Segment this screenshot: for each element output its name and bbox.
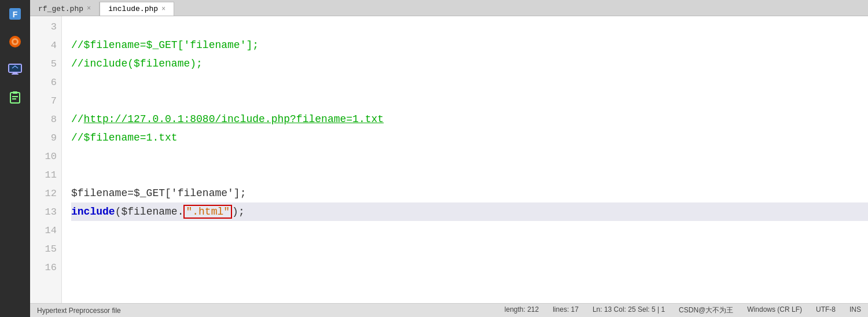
status-encoding: Windows (CR LF) bbox=[747, 305, 802, 315]
code-comment-8b: http://127.0.0.1:8080/include.php?filena… bbox=[84, 113, 384, 125]
status-lines: lines: 17 bbox=[553, 305, 579, 315]
tab-include-label: include.php bbox=[108, 5, 158, 13]
code-keyword-13: include bbox=[71, 206, 115, 218]
code-string-13: ".html" bbox=[186, 206, 230, 218]
code-line-15 bbox=[71, 239, 868, 258]
svg-text:F: F bbox=[13, 10, 18, 19]
line-num-4: 4 bbox=[30, 36, 61, 54]
status-charset: UTF-8 bbox=[816, 305, 836, 315]
status-position: Ln: 13 Col: 25 Sel: 5 | 1 bbox=[593, 305, 665, 315]
code-comment-8a: // bbox=[71, 113, 84, 125]
clipboard-icon[interactable] bbox=[3, 86, 27, 109]
code-plain-12: $filename=$_GET['filename']; bbox=[71, 187, 246, 199]
code-line-5: //include($filename); bbox=[71, 54, 868, 73]
status-length: length: 212 bbox=[505, 305, 539, 315]
line-num-10: 10 bbox=[30, 147, 61, 165]
tab-rf-get[interactable]: rf_get.php × bbox=[30, 2, 100, 16]
tab-include-close[interactable]: × bbox=[161, 5, 165, 13]
editor-container: rf_get.php × include.php × 3 4 5 6 7 8 9… bbox=[30, 0, 868, 317]
line-num-15: 15 bbox=[30, 239, 61, 258]
line-num-5: 5 bbox=[30, 54, 61, 73]
code-line-9: //$filename=1.txt bbox=[71, 128, 868, 147]
status-left: Hypertext Preprocessor file bbox=[37, 307, 121, 315]
tab-rf-get-label: rf_get.php bbox=[38, 5, 83, 13]
status-mode: INS bbox=[849, 305, 861, 315]
code-content[interactable]: //$filename=$_GET['filename']; //include… bbox=[62, 16, 868, 303]
svg-rect-9 bbox=[10, 93, 20, 103]
sidebar: F bbox=[0, 0, 30, 317]
line-num-14: 14 bbox=[30, 221, 61, 239]
line-num-13: 13 bbox=[30, 202, 61, 221]
code-line-13: include($filename.".html"); bbox=[71, 202, 868, 221]
status-right: length: 212 lines: 17 Ln: 13 Col: 25 Sel… bbox=[505, 305, 861, 315]
line-num-7: 7 bbox=[30, 91, 61, 110]
code-line-11 bbox=[71, 165, 868, 184]
logo-icon[interactable]: F bbox=[3, 2, 27, 25]
svg-rect-11 bbox=[12, 96, 18, 97]
code-plain-13a: ($filename. bbox=[115, 206, 184, 218]
line-num-8: 8 bbox=[30, 110, 61, 128]
line-num-11: 11 bbox=[30, 165, 61, 184]
code-line-8: //http://127.0.0.1:8080/include.php?file… bbox=[71, 110, 868, 128]
firefox-icon[interactable] bbox=[3, 30, 27, 53]
svg-rect-12 bbox=[12, 98, 16, 99]
tab-include[interactable]: include.php × bbox=[100, 2, 174, 16]
tab-bar: rf_get.php × include.php × bbox=[30, 0, 868, 16]
code-line-14 bbox=[71, 221, 868, 239]
status-bar: Hypertext Preprocessor file length: 212 … bbox=[30, 303, 868, 317]
code-comment-4: //$filename=$_GET['filename']; bbox=[71, 39, 259, 51]
svg-rect-10 bbox=[13, 91, 17, 94]
code-area: 3 4 5 6 7 8 9 10 11 12 13 14 15 16 //$fi… bbox=[30, 16, 868, 303]
tab-rf-get-close[interactable]: × bbox=[87, 5, 91, 13]
code-highlight-box-13: ".html" bbox=[183, 205, 232, 219]
status-watermark: CSDN@大不为王 bbox=[679, 305, 733, 315]
code-line-6 bbox=[71, 73, 868, 91]
code-line-12: $filename=$_GET['filename']; bbox=[71, 184, 868, 202]
line-num-16: 16 bbox=[30, 258, 61, 277]
monitor-icon[interactable] bbox=[3, 58, 27, 81]
svg-rect-6 bbox=[13, 72, 17, 73]
line-numbers: 3 4 5 6 7 8 9 10 11 12 13 14 15 16 bbox=[30, 16, 62, 303]
code-plain-13b: ); bbox=[232, 206, 245, 218]
svg-rect-7 bbox=[12, 73, 19, 75]
code-line-4: //$filename=$_GET['filename']; bbox=[71, 36, 868, 54]
code-comment-5: //include($filename); bbox=[71, 58, 203, 69]
code-comment-9: //$filename=1.txt bbox=[71, 132, 178, 143]
svg-point-4 bbox=[13, 40, 17, 43]
code-line-10 bbox=[71, 147, 868, 165]
code-line-16 bbox=[71, 258, 868, 277]
line-num-3: 3 bbox=[30, 17, 61, 36]
line-num-12: 12 bbox=[30, 184, 61, 202]
code-line-3 bbox=[71, 17, 868, 36]
status-file-type: Hypertext Preprocessor file bbox=[37, 307, 121, 315]
code-line-7 bbox=[71, 91, 868, 110]
line-num-9: 9 bbox=[30, 128, 61, 147]
line-num-6: 6 bbox=[30, 73, 61, 91]
